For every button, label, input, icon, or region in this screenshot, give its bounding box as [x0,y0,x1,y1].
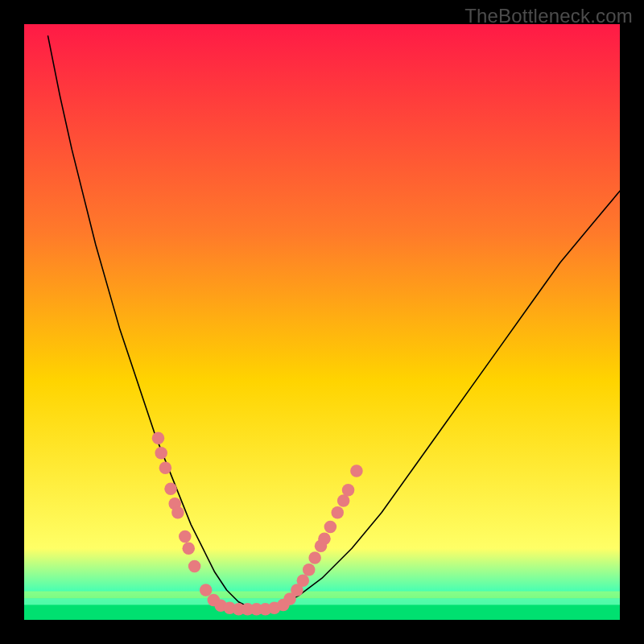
marker-dot [164,482,177,495]
marker-dot [337,494,350,507]
marker-dot [303,564,316,576]
marker-dot [331,506,344,519]
plot-area [24,24,620,620]
marker-dot [188,560,201,573]
marker-dot [200,584,213,597]
marker-dot [179,530,192,543]
band-stripe-1 [24,591,620,598]
gradient-bg [24,24,620,620]
band-stripe-2 [24,598,620,605]
marker-dot [155,447,167,460]
marker-dot [324,521,337,534]
marker-dot [152,432,165,445]
chart-svg [24,24,620,620]
marker-dot [342,484,355,497]
marker-dot [318,533,331,546]
frame: TheBottleneck.com [0,0,644,644]
marker-dot [350,464,363,477]
marker-dot [171,506,184,519]
marker-dot [182,542,195,555]
marker-dot [159,462,172,475]
band-stripe-3 [24,605,620,621]
marker-dot [297,574,310,587]
marker-dot [308,551,321,564]
